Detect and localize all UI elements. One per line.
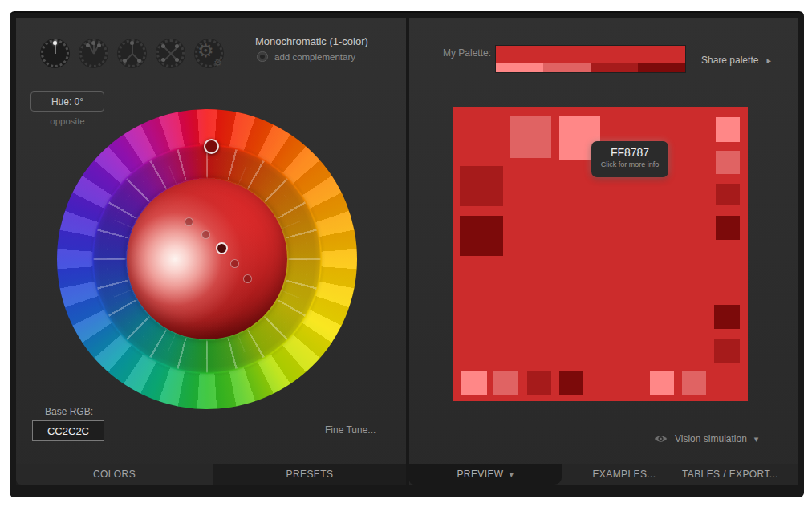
tab-preview-label: PREVIEW [457,468,503,480]
color-tooltip[interactable]: FF8787 Click for more info [591,141,668,177]
right-panel: My Palette: Share palette FF8787 Click f… [409,18,798,485]
palette-variant-swatches [496,63,685,72]
brightness-saturation-ball[interactable] [127,179,287,339]
gear-icon: ⚙ [197,40,214,62]
gear-small-icon: ⚙ [213,57,222,68]
left-panel: ⚙ ⚙ Monochromatic (1-color) add compleme… [16,18,406,485]
scheme-monochromatic-button[interactable] [40,39,70,68]
tetrad-dots-icon [161,44,165,48]
mono-dot-icon [53,41,57,45]
preview-square[interactable] [493,371,518,395]
triad-dots-icon [137,59,141,63]
base-rgb-label: Base RGB: [45,406,93,417]
preview-canvas[interactable]: FF8787 Click for more info [453,107,748,401]
my-palette-label: My Palette: [443,47,491,59]
app-window: ⚙ ⚙ Monochromatic (1-color) add compleme… [10,11,804,497]
my-palette-strip[interactable] [496,46,685,72]
preview-square[interactable] [559,371,583,395]
caret-down-icon [754,433,759,444]
preview-square[interactable] [650,371,674,395]
tab-tables-export[interactable]: TABLES / EXPORT... [674,464,786,485]
tab-preview[interactable]: PREVIEW [409,464,562,485]
triad-dots-icon [130,41,134,45]
ball-marker[interactable] [243,274,252,283]
palette-swatch[interactable] [496,63,543,72]
add-complementary-row: add complementary [257,51,355,62]
preview-square[interactable] [682,371,706,395]
scheme-tetrad-button[interactable] [156,39,185,68]
add-complementary-label: add complementary [274,52,355,62]
ball-marker[interactable] [230,259,239,268]
adjacent-dots-icon [86,43,90,47]
ball-marker[interactable] [201,230,210,239]
hue-marker[interactable] [204,139,219,154]
adjacent-dots-icon [91,41,95,45]
share-palette-link[interactable]: Share palette [701,55,771,66]
scheme-freestyle-button[interactable]: ⚙ ⚙ [194,39,224,68]
scheme-adjacent-button[interactable] [79,39,108,68]
dial-line [55,44,56,54]
tab-presets[interactable]: PRESETS [213,464,406,485]
tooltip-hint: Click for more info [591,160,668,168]
preview-square[interactable] [716,184,740,205]
tooltip-hex-value: FF8787 [591,146,668,159]
tetrad-dots-icon [175,58,179,62]
triad-dots-icon [123,59,127,63]
scheme-triad-button[interactable] [117,39,147,68]
ball-marker-main[interactable] [216,242,228,254]
eye-icon [654,434,668,444]
preview-square[interactable] [714,339,740,363]
preview-square[interactable] [460,216,503,256]
toggle-dot [260,55,265,59]
ball-marker[interactable] [185,217,193,226]
preview-square[interactable] [461,371,487,395]
palette-swatch[interactable] [638,63,685,72]
color-wheel[interactable] [57,109,357,409]
palette-swatch[interactable] [543,63,591,72]
share-palette-label: Share palette [701,55,758,66]
vision-simulation-label: Vision simulation [675,433,747,444]
base-rgb-input[interactable] [32,420,104,441]
preview-square[interactable] [527,371,551,395]
hue-button[interactable]: Hue: 0° [30,91,104,112]
preview-square[interactable] [460,166,503,206]
preview-square[interactable] [716,117,740,142]
right-tab-bar: PREVIEW EXAMPLES... TABLES / EXPORT... [409,464,798,485]
preview-square[interactable] [716,216,740,240]
left-tab-bar: COLORS PRESETS [16,464,406,485]
tetrad-dots-icon [161,58,165,62]
vision-simulation-dropdown[interactable]: Vision simulation [654,433,758,444]
tab-colors[interactable]: COLORS [16,464,213,485]
fine-tune-link[interactable]: Fine Tune... [325,424,401,436]
preview-square[interactable] [714,305,740,329]
opposite-link[interactable]: opposite [30,116,104,126]
scheme-title: Monochromatic (1-color) [255,35,368,47]
tetrad-dots-icon [175,44,179,48]
preview-square[interactable] [510,116,551,158]
tab-examples[interactable]: EXAMPLES... [562,464,687,485]
palette-swatch[interactable] [591,63,638,72]
scheme-type-buttons: ⚙ ⚙ [40,39,224,68]
adjacent-dots-icon [97,43,101,47]
dial-line [132,44,133,54]
preview-square[interactable] [716,151,740,174]
caret-down-icon [504,468,514,480]
arrow-right-icon [766,55,771,66]
page: ⚙ ⚙ Monochromatic (1-color) add compleme… [0,0,812,507]
add-complementary-toggle[interactable] [257,51,268,62]
palette-base-swatch[interactable] [496,46,685,63]
